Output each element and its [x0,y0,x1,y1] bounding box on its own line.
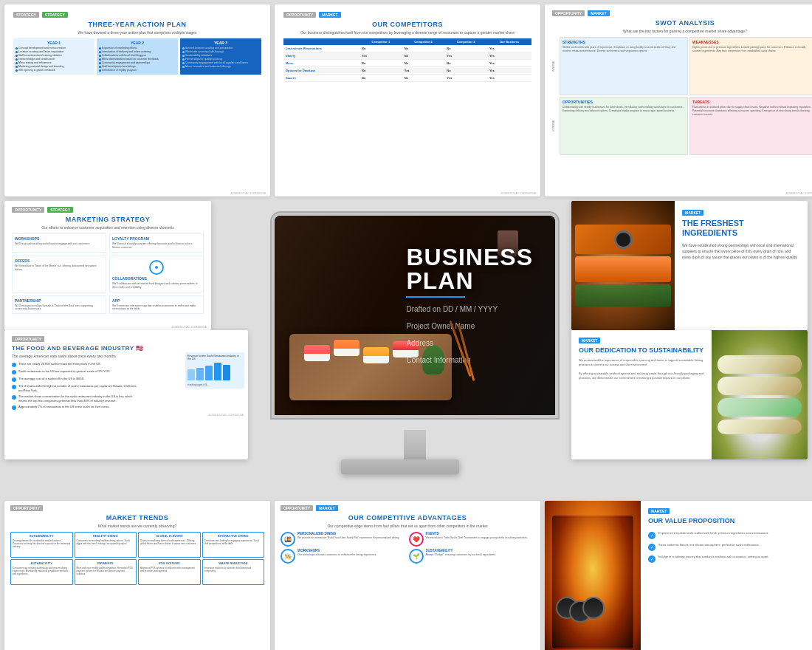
c3-val: Yes [444,52,487,60]
sustainability-title: SUSTAINABILITY [426,549,535,552]
events-desc: We introduce a Toshi Sushi Chef Tourname… [426,536,535,540]
us-val: Yes [487,67,531,75]
action-plan-years: YEAR 1 Concept development and menu crea… [13,38,261,75]
tag-opportunity: STRATEGY [13,12,39,18]
bullet: Location scouting and lease negotiation [16,50,92,53]
trends-authenticity-title: AUTHENTICITY [13,561,71,565]
sustainability-text: SUSTAINABILITY Always 'Pledge', ensuring… [426,549,535,557]
slide-footer-swot: BUSINESS PLAN - CONFIDENTIAL [785,192,812,195]
swot-tag-market: MARKET [588,10,609,16]
swot-opportunities: OPPORTUNITIES Collaborating with nearby … [560,97,688,155]
c1-val: No [359,75,402,82]
comp-adv-subtitle: Our competitive edge stems from four pil… [281,524,534,528]
value-item-3: ✓ Indulge in a culinary journey that com… [648,555,812,563]
slide-action-plan: STRATEGY STRATEGY THREE-YEAR ACTION PLAN… [4,4,270,196]
trends-healthy-title: HEALTHY DINING [77,534,135,538]
trends-tag: OPPORTUNITY [10,505,43,511]
value-tag: MARKET [648,508,670,514]
tag-row: STRATEGY STRATEGY [13,12,261,18]
bullet: Marketing material design and branding [16,65,92,68]
workshops-text: WORKSHOPS Our workshops educate customer… [297,549,407,557]
trends-cell-healthy: HEALTHY DINING Consumers are seeking hea… [75,532,137,558]
us-val: Yes [487,52,531,60]
trends-pos-title: POS SYSTEMS [140,561,199,565]
competitors-subtitle: Our business distinguishes itself from o… [283,30,531,35]
row-label: Menu [283,60,359,67]
monitor-neck [404,430,426,459]
sustainability-icon: 🌱 [409,549,424,564]
comp-header-3: Competitor 3 [444,38,487,45]
slide-value-proposition: MARKET OUR VALUE PROPOSITION ✓ Experienc… [545,501,812,650]
slide-market-trends: OPPORTUNITY MARKET TRENDS What market tr… [4,501,270,650]
c3-val: No [444,67,487,75]
trends-global-title: GLOBAL FLAVORS [140,534,199,538]
year-2-col: YEAR 2 Expansion of marketing efforts In… [97,38,178,75]
monitor-section: BUSINESS PLAN Drafted on DD / MM / YYYY … [4,201,812,496]
table-row: Menu No No No Yes [283,60,531,67]
sushi-piece-3 [363,347,389,363]
comp-adv-grid: 🍱 PERSONALIZED DINING We provide an inte… [281,532,534,564]
swot-weaknesses-text: Higher prices due to premium ingredients… [692,46,812,53]
c2-val: No [402,75,445,82]
comp-header-us: Our Business [487,38,531,45]
value-check-1: ✓ [648,532,656,539]
bullet: Sustainability initiatives [182,54,259,57]
trends-payments-title: PAYMENTS [77,561,135,565]
swot-threats: THREATS Fluctuations in seafood prices d… [689,97,812,155]
bp-title-line1: BUSINESS [406,245,533,269]
tag-strategy: STRATEGY [42,12,68,18]
swot-title: SWOT ANALYSIS [552,19,812,27]
bullet: Expansion of marketing efforts [99,47,176,49]
table-row: Variety Yes No Yes Yes [283,52,531,60]
trends-sustainability-title: SUSTAINABILITY [13,534,71,538]
swot-strengths-text: Skilled sushi chefs with years of experi… [562,46,685,53]
comp-adv-tag-opp: OPPORTUNITY [281,505,313,511]
monitor-wrapper: BUSINESS PLAN Drafted on DD / MM / YYYY … [260,216,570,482]
trends-title: MARKET TRENDS [10,514,264,521]
us-val: Yes [487,45,531,52]
row-label: Options for Omakase [283,67,359,75]
slide-competitors: OPPORTUNITY MARKET OUR COMPETITORS Our b… [275,4,540,196]
monitor-base [341,459,459,474]
trends-waste-title: WASTE REDUCTION [204,561,263,565]
trends-cell-payments: PAYMENTS More and more mobile wallet int… [75,559,137,585]
swot-opportunities-text: Collaborating with nearby businesses for… [562,106,685,113]
bp-address: Address [406,338,533,349]
sustainability-desc: Always 'Pledge', ensuring customers try … [426,553,535,557]
bullet: Staff development workshops [99,65,176,68]
personalized-title: PERSONALIZED DINING [297,532,407,536]
swot-weaknesses: WEAKNESSES Higher prices due to premium … [689,37,812,95]
swot-weaknesses-title: WEAKNESSES [692,40,812,44]
workshops-title: WORKSHOPS [297,549,407,552]
value-item-3-text: Indulge in a culinary journey that combi… [658,555,768,559]
trends-cell-interactive: INTERACTIVE DINING Consumers are looking… [202,532,265,558]
action-plan-title: THREE-YEAR ACTION PLAN [13,21,261,28]
value-image-bg [545,501,641,650]
monitor-screen-inner: BUSINESS PLAN Drafted on DD / MM / YYYY … [275,216,555,415]
bullet: Staff recruitment and training initiatio… [16,54,92,57]
slide-footer-competitors: BUSINESS PLAN - CONFIDENTIAL [500,192,537,195]
comp-adv-cell-events: ❤️ EVENTS We introduce a Toshi Sushi Che… [409,532,535,547]
bullet: Partnerships for quality sourcing [182,58,259,61]
trends-cell-sustainability: SUSTAINABILITY Growing demand for sustai… [10,532,73,558]
comp-adv-cell-personalized: 🍱 PERSONALIZED DINING We provide an inte… [281,532,407,547]
competitors-title: OUR COMPETITORS [283,21,531,28]
c3-val: Yes [444,75,487,82]
c1-val: Yes [359,52,402,60]
comp-tag-opp: OPPORTUNITY [283,12,316,18]
value-item-2-text: Savor authentic flavors in a vibrant atm… [658,543,760,547]
c2-val: No [402,45,445,52]
trends-pos-text: Advanced POS systems for efficient order… [140,567,199,572]
roll-3 [582,597,605,619]
value-check-3: ✓ [648,555,656,563]
row-label: Variety [283,52,359,60]
year-1-col: YEAR 1 Concept development and menu crea… [13,38,94,75]
value-item-1: ✓ Experience exquisite sushi crafted wit… [648,531,812,539]
value-tag-row: MARKET [648,508,812,514]
swot-strengths: STRENGTHS Skilled sushi chefs with years… [560,37,688,95]
trends-grid: SUSTAINABILITY Growing demand for sustai… [10,532,264,585]
value-item-1-text: Experience exquisite sushi crafted with … [658,531,768,536]
value-content: MARKET OUR VALUE PROPOSITION ✓ Experienc… [641,501,812,650]
c2-val: No [402,60,445,67]
slide-footer-action-plan: BUSINESS PLAN - CONFIDENTIAL [230,192,266,195]
